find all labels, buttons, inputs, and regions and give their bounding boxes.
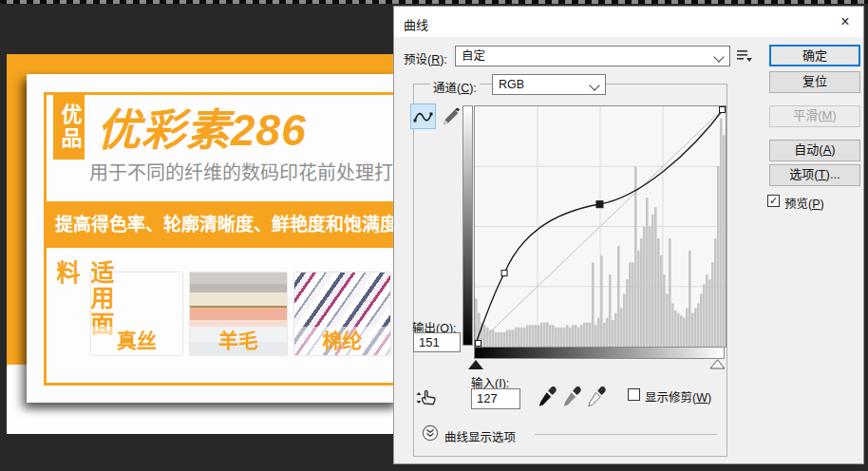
ad-subtitle: 用于不同的纤维的数码印花前处理打底 [89, 158, 403, 185]
chevron-down-icon [589, 80, 599, 90]
curve-grid[interactable] [474, 105, 726, 348]
preview-label: 预览(P) [784, 194, 824, 212]
preview-checkbox[interactable]: ✓ [767, 195, 780, 207]
ad-product-title: 优彩素286 [97, 95, 401, 158]
targeted-adjustment-tool[interactable] [415, 385, 440, 409]
curve-point-selected[interactable] [596, 201, 603, 208]
input-gradient-bar [474, 347, 725, 359]
shadow-slider[interactable] [468, 360, 483, 369]
ok-button[interactable]: 确定 [769, 45, 860, 66]
gray-point-eyedropper-icon[interactable] [561, 385, 582, 410]
dialog-title: 曲线 [404, 15, 428, 33]
show-clipping-checkbox[interactable] [628, 388, 640, 401]
pencil-icon [441, 106, 462, 127]
auto-button[interactable]: 自动(A) [769, 140, 860, 161]
selection-marching-ants [0, 0, 868, 4]
ad-badge-text: 优品 [54, 104, 85, 151]
output-field[interactable]: 151 [413, 332, 461, 352]
fabric-label: 棉纶 [294, 327, 390, 355]
fabric-swatch-wool: 羊毛 [190, 273, 287, 355]
divider [535, 434, 717, 435]
black-point-eyedropper-icon[interactable] [537, 385, 557, 410]
reset-button[interactable]: 复位 [769, 71, 860, 93]
show-clipping-label: 显示修剪(W) [645, 387, 711, 405]
white-point-eyedropper-icon[interactable] [586, 385, 607, 410]
hand-adjust-icon [415, 385, 440, 409]
preset-label: 预设(R): [404, 49, 447, 67]
smooth-button: 平滑(M) [769, 105, 860, 127]
curve-point[interactable] [720, 107, 726, 113]
options-button[interactable]: 选项(T)... [769, 164, 860, 186]
fabric-label: 真丝 [91, 327, 182, 355]
ad-badge: 优品 [53, 95, 85, 160]
fabric-swatch-cotton: 棉纶 [294, 273, 390, 355]
highlight-slider[interactable] [709, 359, 726, 369]
pencil-tool[interactable] [438, 104, 463, 129]
expand-chevron-icon[interactable] [422, 424, 439, 442]
ad-banner: 提高得色率、轮廓清晰度、鲜艳度和饱满度 [44, 201, 399, 248]
preset-menu-icon[interactable] [736, 48, 753, 63]
curve-display-options-label[interactable]: 曲线显示选项 [444, 427, 516, 445]
close-icon[interactable]: × [835, 11, 856, 32]
curve-point[interactable] [476, 341, 481, 347]
curves-dialog: 曲线 × 预设(R): 自定 确定 复位 通道(C): RGB 平滑(M) [393, 6, 864, 464]
fabric-label: 羊毛 [190, 327, 287, 355]
photoshop-workspace: 优品 优彩素286 用于不同的纤维的数码印花前处理打底 提高得色率、轮廓清晰度、… [0, 0, 868, 471]
curve-tool-icon [413, 109, 433, 124]
chevron-down-icon [713, 51, 724, 62]
curve-point-tool[interactable] [410, 104, 436, 129]
curve-point[interactable] [501, 271, 507, 276]
input-field[interactable]: 127 [471, 388, 520, 409]
fabric-swatch-silk: 真丝 [91, 273, 182, 355]
ad-card: 优品 优彩素286 用于不同的纤维的数码印花前处理打底 提高得色率、轮廓清晰度、… [27, 74, 399, 403]
preset-select[interactable]: 自定 [455, 46, 730, 66]
channel-select[interactable]: RGB [492, 74, 606, 95]
dialog-titlebar[interactable]: 曲线 × [394, 7, 863, 37]
channel-label: 通道(C): [430, 78, 480, 96]
output-gradient-bar [462, 105, 473, 346]
